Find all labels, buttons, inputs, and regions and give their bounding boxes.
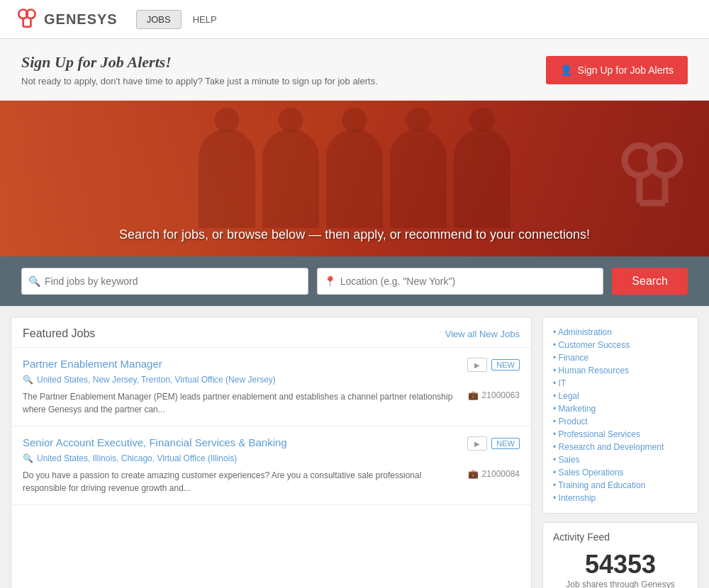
person-icon: 👤: [560, 64, 572, 76]
job-location-2[interactable]: 🔍 United States, Illinois, Chicago, Virt…: [23, 453, 520, 463]
category-link[interactable]: Internship: [559, 493, 596, 503]
location-search-icon-2: 🔍: [23, 453, 33, 463]
search-icon: 🔍: [28, 276, 40, 287]
job-location-1[interactable]: 🔍 United States, New Jersey, Trenton, Vi…: [23, 375, 520, 385]
job-item-2-top: Senior Account Executive, Financial Serv…: [23, 436, 520, 451]
job-alerts-subtitle: Not ready to apply, don't have time to a…: [21, 76, 378, 86]
category-item: Internship: [553, 492, 688, 504]
keyword-input-wrap: 🔍: [21, 268, 308, 295]
location-input-wrap: 📍: [317, 268, 604, 295]
category-item: Administration: [553, 326, 688, 339]
category-item: Research and Development: [553, 441, 688, 453]
hero-logo-watermark: [610, 135, 695, 222]
category-link[interactable]: Professional Services: [559, 429, 640, 439]
search-button[interactable]: Search: [612, 268, 688, 295]
categories-list: AdministrationCustomer SuccessFinanceHum…: [553, 326, 688, 504]
hero-tagline: Search for jobs, or browse below — then …: [105, 213, 604, 256]
activity-count: 54353: [553, 550, 688, 579]
job-alerts-button-label: Sign Up for Job Alerts: [578, 64, 674, 76]
video-icon-2: ▶: [467, 436, 487, 451]
hero-banner: Search for jobs, or browse below — then …: [0, 101, 709, 256]
category-link[interactable]: Training and Education: [558, 480, 645, 490]
category-item: Marketing: [553, 402, 688, 415]
category-item: Legal: [553, 390, 688, 402]
category-link[interactable]: Product: [559, 417, 588, 426]
job-desc-row-2: Do you have a passion to create amazing …: [23, 469, 520, 494]
location-search-icon-1: 🔍: [23, 375, 33, 385]
job-alerts-button[interactable]: 👤 Sign Up for Job Alerts: [546, 56, 688, 84]
nav-help-link[interactable]: HELP: [193, 14, 217, 25]
main-content: Sign Up for Job Alerts! Not ready to app…: [0, 39, 709, 588]
category-link[interactable]: Customer Success: [559, 340, 630, 350]
category-link[interactable]: Human Resources: [559, 366, 629, 375]
header: GENESYS JOBS HELP: [0, 0, 709, 39]
category-link[interactable]: Finance: [559, 353, 589, 363]
category-link[interactable]: Marketing: [559, 404, 596, 414]
category-item: Customer Success: [553, 339, 688, 351]
nav-jobs-button[interactable]: JOBS: [136, 10, 182, 29]
category-item: Sales: [553, 453, 688, 466]
job-badges-2: ▶ NEW: [467, 436, 520, 451]
briefcase-icon-2: 💼: [468, 469, 479, 479]
new-badge-2: NEW: [491, 438, 520, 449]
logo: GENESYS: [14, 6, 118, 32]
job-alerts-banner: Sign Up for Job Alerts! Not ready to app…: [0, 39, 709, 101]
job-description-1: The Partner Enablement Manager (PEM) lea…: [23, 390, 461, 416]
job-id-text-1: 21000063: [482, 390, 520, 400]
category-link[interactable]: Administration: [558, 327, 612, 337]
video-icon-1: ▶: [467, 358, 487, 372]
job-item-1-top: Partner Enablement Manager ▶ NEW: [23, 358, 520, 372]
featured-jobs-title: Featured Jobs: [23, 327, 95, 340]
briefcase-icon-1: 💼: [468, 390, 479, 400]
keyword-input[interactable]: [21, 268, 308, 295]
job-item-2: Senior Account Executive, Financial Serv…: [11, 426, 531, 505]
category-item: Product: [553, 415, 688, 428]
job-id-1: 💼 21000063: [468, 390, 520, 400]
location-icon: 📍: [324, 276, 336, 287]
job-alerts-title: Sign Up for Job Alerts!: [21, 53, 378, 72]
activity-feed-title: Activity Feed: [553, 531, 688, 543]
category-link[interactable]: IT: [559, 378, 566, 388]
job-item-1: Partner Enablement Manager ▶ NEW 🔍 Unite…: [11, 348, 531, 426]
right-sidebar: AdministrationCustomer SuccessFinanceHum…: [542, 317, 698, 588]
category-item: IT: [553, 377, 688, 390]
view-all-link[interactable]: View all New Jobs: [445, 329, 520, 339]
category-link[interactable]: Sales Operations: [559, 468, 624, 477]
people-silhouettes: [0, 101, 709, 228]
category-link[interactable]: Research and Development: [559, 442, 664, 452]
bottom-content: Featured Jobs View all New Jobs Partner …: [0, 306, 709, 588]
job-desc-row-1: The Partner Enablement Manager (PEM) lea…: [23, 390, 520, 416]
new-badge-1: NEW: [491, 359, 520, 371]
category-item: Professional Services: [553, 428, 688, 441]
categories-box: AdministrationCustomer SuccessFinanceHum…: [542, 317, 698, 514]
genesys-logo-icon: [14, 6, 40, 32]
job-description-2: Do you have a passion to create amazing …: [23, 469, 461, 494]
job-location-text-1: United States, New Jersey, Trenton, Virt…: [37, 375, 276, 385]
featured-jobs: Featured Jobs View all New Jobs Partner …: [11, 317, 532, 588]
job-title-1[interactable]: Partner Enablement Manager: [23, 358, 162, 370]
job-title-2[interactable]: Senior Account Executive, Financial Serv…: [23, 436, 287, 448]
category-link[interactable]: Sales: [559, 455, 580, 465]
job-id-2: 💼 21000084: [468, 469, 520, 479]
job-badges-1: ▶ NEW: [467, 358, 520, 372]
category-link[interactable]: Legal: [559, 391, 579, 401]
job-id-text-2: 21000084: [482, 469, 520, 479]
location-input[interactable]: [317, 268, 604, 295]
search-bar: 🔍 📍 Search: [0, 256, 709, 306]
job-alerts-text: Sign Up for Job Alerts! Not ready to app…: [21, 53, 378, 86]
job-location-text-2: United States, Illinois, Chicago, Virtua…: [37, 453, 237, 463]
category-item: Finance: [553, 351, 688, 364]
activity-label: Job shares through Genesys: [553, 579, 688, 588]
category-item: Sales Operations: [553, 466, 688, 479]
featured-jobs-header: Featured Jobs View all New Jobs: [11, 317, 531, 348]
logo-text: GENESYS: [44, 11, 118, 28]
category-item: Human Resources: [553, 364, 688, 377]
category-item: Training and Education: [553, 479, 688, 492]
activity-feed-box: Activity Feed 54353 Job shares through G…: [542, 522, 698, 588]
